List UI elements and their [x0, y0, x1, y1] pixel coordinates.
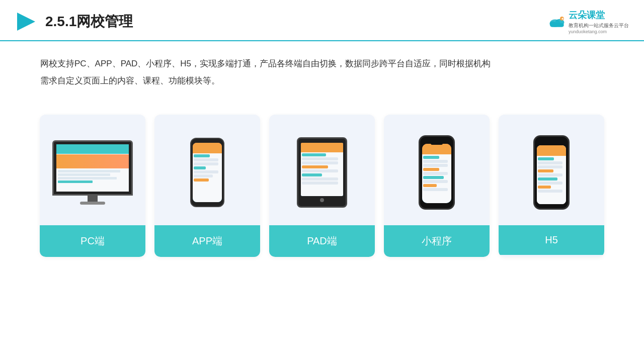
- pc-mockup: [52, 140, 133, 205]
- description-line2: 需求自定义页面上的内容、课程、功能模块等。: [40, 72, 604, 89]
- card-miniapp-label: 小程序: [384, 225, 490, 257]
- play-icon: [15, 11, 37, 33]
- miniapp-phone-mockup: [419, 135, 455, 210]
- logo-cloud: ✦ 云朵课堂 教育机构一站式服务云平台 yunduoketang.com: [547, 9, 629, 34]
- monitor-frame: [52, 140, 133, 196]
- card-app-image: [154, 115, 260, 225]
- logo-url: yunduoketang.com: [569, 29, 629, 34]
- tablet-screen: [301, 143, 343, 196]
- monitor-neck: [88, 196, 98, 202]
- svg-rect-4: [550, 23, 564, 27]
- header-left: 2.5.1网校管理: [15, 11, 133, 33]
- card-pad-label: PAD端: [269, 225, 375, 257]
- card-miniapp-image: [384, 115, 490, 225]
- card-miniapp: 小程序: [384, 115, 490, 257]
- card-pc-image: [40, 115, 145, 225]
- tablet-screen-content: [301, 143, 343, 196]
- card-pad-image: [269, 115, 375, 225]
- description: 网校支持PC、APP、PAD、小程序、H5，实现多端打通，产品各终端自由切换，数…: [0, 41, 644, 95]
- app-phone-mockup: [190, 138, 224, 207]
- svg-marker-0: [17, 13, 35, 31]
- card-h5-label: H5: [499, 225, 604, 255]
- svg-text:✦: ✦: [561, 17, 564, 21]
- monitor-screen: [56, 144, 129, 192]
- tablet-mockup: [297, 137, 347, 208]
- logo-main-text: 云朵课堂: [569, 9, 629, 21]
- header: 2.5.1网校管理 ✦ 云朵课堂 教育机构一站式服务云平台 yunduoketa…: [0, 0, 644, 41]
- app-phone-screen: [193, 143, 222, 202]
- card-h5: H5: [499, 115, 604, 257]
- logo-text: 云朵课堂 教育机构一站式服务云平台 yunduoketang.com: [569, 9, 629, 34]
- logo-slogan: 教育机构一站式服务云平台: [569, 22, 629, 29]
- monitor-base: [80, 202, 105, 205]
- miniapp-screen-content: [422, 144, 451, 203]
- card-app: APP端: [154, 115, 260, 257]
- h5-screen-content: [537, 145, 566, 204]
- h5-phone-notch: [546, 142, 556, 144]
- tablet-home-button: [320, 198, 324, 202]
- cards-container: PC端: [0, 100, 644, 267]
- h5-phone-mockup: [533, 135, 570, 210]
- cloud-icon: ✦: [547, 15, 567, 29]
- card-pad: PAD端: [269, 115, 375, 257]
- miniapp-phone-screen: [422, 144, 451, 203]
- card-pc: PC端: [40, 115, 145, 257]
- card-app-label: APP端: [154, 225, 260, 257]
- app-screen-content: [193, 143, 222, 202]
- description-line1: 网校支持PC、APP、PAD、小程序、H5，实现多端打通，产品各终端自由切换，数…: [40, 55, 604, 72]
- h5-phone-screen: [537, 145, 566, 204]
- card-h5-image: [499, 115, 604, 225]
- page-title: 2.5.1网校管理: [45, 12, 133, 31]
- card-pc-label: PC端: [40, 225, 145, 257]
- logo-area: ✦ 云朵课堂 教育机构一站式服务云平台 yunduoketang.com: [547, 9, 629, 34]
- phone-notch: [431, 142, 443, 145]
